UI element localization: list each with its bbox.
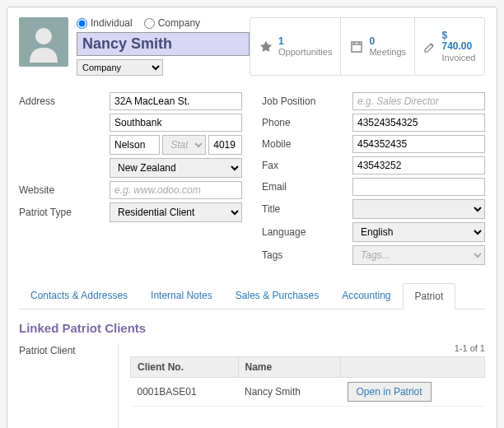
table-row: 0001BASE01 Nancy Smith Open in Patriot [131, 378, 485, 407]
stat-opportunities[interactable]: 1Opportunities [250, 18, 340, 75]
radio-individual[interactable]: Individual [77, 17, 133, 29]
street2-input[interactable] [110, 114, 242, 132]
stat-invoiced[interactable]: $ 740.00Invoiced [414, 18, 485, 75]
label-tags: Tags [262, 249, 352, 261]
website-input[interactable] [110, 181, 242, 199]
tags-select[interactable]: Tags... [352, 245, 485, 265]
tab-contacts[interactable]: Contacts & Addresses [19, 283, 139, 309]
label-email: Email [262, 181, 352, 193]
svg-point-0 [35, 28, 52, 44]
zip-input[interactable] [208, 135, 242, 155]
name-input[interactable] [77, 32, 250, 56]
calendar-icon [349, 40, 364, 54]
fax-input[interactable] [352, 156, 485, 174]
open-in-patriot-button[interactable]: Open in Patriot [348, 382, 432, 402]
avatar [19, 17, 68, 67]
label-language: Language [262, 226, 352, 238]
label-fax: Fax [262, 160, 352, 171]
company-select[interactable]: Company [77, 59, 163, 76]
linked-title: Linked Patriot Clients [19, 321, 485, 335]
tab-notes[interactable]: Internal Notes [139, 283, 224, 309]
stat-meetings[interactable]: 0Meetings [340, 18, 414, 75]
label-patriot-client: Patriot Client [19, 343, 110, 428]
tab-sales[interactable]: Sales & Purchases [224, 283, 330, 309]
phone-input[interactable] [352, 114, 485, 132]
label-job: Job Position [262, 95, 352, 107]
mobile-input[interactable] [352, 135, 485, 153]
label-patriot-type: Patriot Type [19, 207, 110, 218]
label-phone: Phone [262, 117, 352, 128]
job-input[interactable] [352, 92, 485, 110]
label-address: Address [19, 95, 110, 107]
row-count: 1-1 of 1 [130, 343, 485, 353]
email-input[interactable] [352, 178, 485, 196]
title-select[interactable] [352, 199, 485, 219]
radio-company[interactable]: Company [144, 17, 200, 29]
th-client-no: Client No. [131, 357, 239, 378]
tab-patriot[interactable]: Patriot [403, 283, 456, 309]
label-mobile: Mobile [262, 138, 352, 150]
tab-accounting[interactable]: Accounting [330, 283, 402, 309]
city-input[interactable] [110, 135, 160, 155]
language-select[interactable]: English [352, 222, 485, 242]
patriot-type-select[interactable]: Residential Client [110, 202, 242, 222]
th-name: Name [238, 357, 341, 378]
state-select[interactable]: State [162, 135, 206, 155]
edit-icon [423, 40, 436, 54]
street-input[interactable] [110, 92, 242, 110]
star-icon [259, 40, 273, 54]
label-title: Title [262, 203, 352, 215]
label-website: Website [19, 184, 110, 196]
country-select[interactable]: New Zealand [110, 158, 242, 178]
